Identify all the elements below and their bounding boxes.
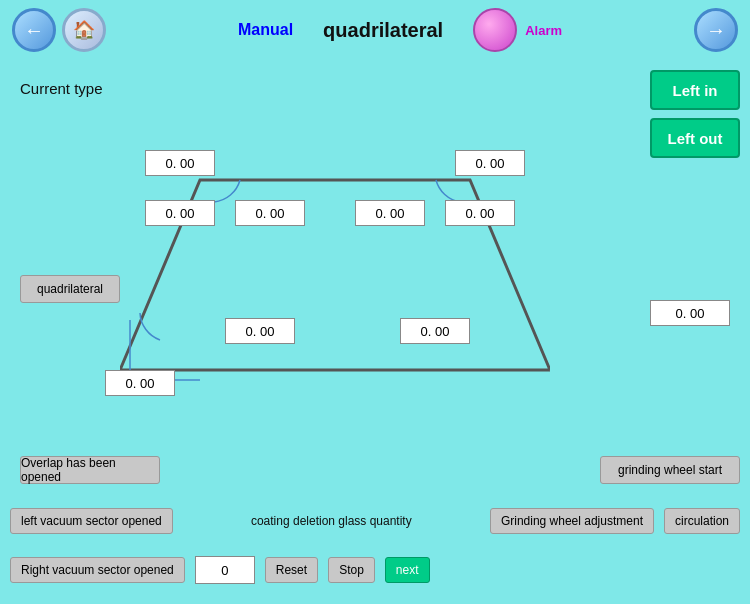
home-button[interactable]: 🏠 xyxy=(62,8,106,52)
header-center: Manual quadrilateral Alarm xyxy=(238,8,562,52)
shape-diagram xyxy=(120,140,550,430)
left-vacuum-button[interactable]: left vacuum sector opened xyxy=(10,508,173,534)
grinding-adjustment-button[interactable]: Grinding wheel adjustment xyxy=(490,508,654,534)
quadrilateral-button[interactable]: quadrilateral xyxy=(20,275,120,303)
value-mid-left-inner: 0. 00 xyxy=(235,200,305,226)
bottom-row-2: Right vacuum sector opened 0 Reset Stop … xyxy=(0,556,750,584)
bottom-row-1: left vacuum sector opened coating deleti… xyxy=(0,508,750,534)
header: ← 🏠 Manual quadrilateral Alarm → xyxy=(0,0,750,60)
right-vacuum-button[interactable]: Right vacuum sector opened xyxy=(10,557,185,583)
counter-value: 0 xyxy=(195,556,255,584)
alarm-icon xyxy=(473,8,517,52)
stop-button[interactable]: Stop xyxy=(328,557,375,583)
value-bottom-far-left: 0. 00 xyxy=(105,370,175,396)
value-mid-right-outer: 0. 00 xyxy=(445,200,515,226)
value-mid-left-outer: 0. 00 xyxy=(145,200,215,226)
circulation-button[interactable]: circulation xyxy=(664,508,740,534)
alarm-container: Alarm xyxy=(473,8,562,52)
value-mid-right-inner: 0. 00 xyxy=(355,200,425,226)
alarm-label: Alarm xyxy=(525,23,562,38)
current-type-label: Current type xyxy=(20,80,103,97)
reset-button[interactable]: Reset xyxy=(265,557,318,583)
back-button[interactable]: ← xyxy=(12,8,56,52)
value-top-right: 0. 00 xyxy=(455,150,525,176)
left-out-button[interactable]: Left out xyxy=(650,118,740,158)
forward-button[interactable]: → xyxy=(694,8,738,52)
next-button[interactable]: next xyxy=(385,557,430,583)
overlap-button[interactable]: Overlap has been opened xyxy=(20,456,160,484)
header-left: ← 🏠 xyxy=(12,8,106,52)
value-bottom-left: 0. 00 xyxy=(225,318,295,344)
right-value-display: 0. 00 xyxy=(650,300,730,326)
manual-label: Manual xyxy=(238,21,293,39)
page-title: quadrilateral xyxy=(323,19,443,42)
coating-label: coating deletion glass quantity xyxy=(183,514,480,528)
value-top-left: 0. 00 xyxy=(145,150,215,176)
left-in-button[interactable]: Left in xyxy=(650,70,740,110)
main-area: Current type Left in Left out quadrilate… xyxy=(0,60,750,604)
grinding-start-button[interactable]: grinding wheel start xyxy=(600,456,740,484)
value-bottom-right: 0. 00 xyxy=(400,318,470,344)
